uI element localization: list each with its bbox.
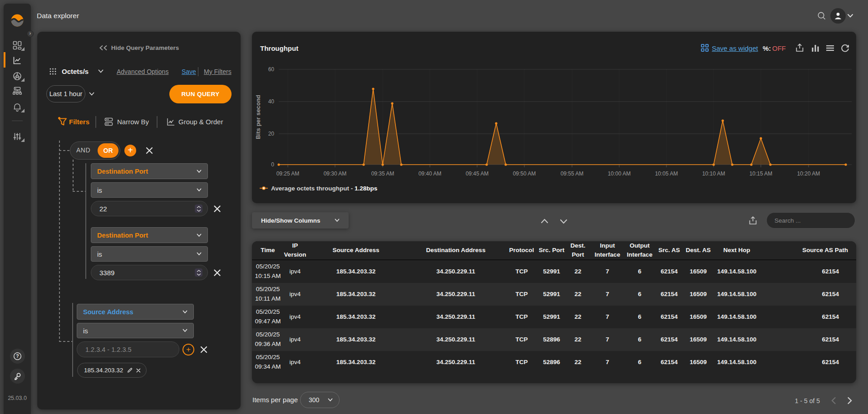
svg-text:09:45 AM: 09:45 AM — [466, 170, 489, 177]
svg-text:10:05 AM: 10:05 AM — [655, 170, 678, 177]
svg-text:10:10 AM: 10:10 AM — [702, 170, 725, 177]
svg-text:60: 60 — [268, 66, 275, 73]
svg-text:10:00 AM: 10:00 AM — [608, 170, 631, 177]
svg-text:40: 40 — [268, 98, 275, 105]
svg-text:09:50 AM: 09:50 AM — [513, 170, 536, 177]
svg-text:Average octets throughput - 1.: Average octets throughput - 1.28bps — [271, 185, 377, 192]
svg-text:09:25 AM: 09:25 AM — [276, 170, 300, 177]
svg-text:09:35 AM: 09:35 AM — [371, 170, 395, 177]
svg-text:09:40 AM: 09:40 AM — [419, 170, 442, 177]
svg-text:?: ? — [16, 353, 19, 359]
svg-text:Bits per second: Bits per second — [255, 95, 261, 139]
svg-text:20: 20 — [268, 131, 275, 137]
svg-text:10:20 AM: 10:20 AM — [797, 170, 820, 177]
svg-text:09:30 AM: 09:30 AM — [324, 170, 347, 177]
svg-text:09:55 AM: 09:55 AM — [561, 170, 584, 177]
svg-text:10:15 AM: 10:15 AM — [750, 170, 773, 177]
svg-text:0: 0 — [271, 161, 274, 168]
